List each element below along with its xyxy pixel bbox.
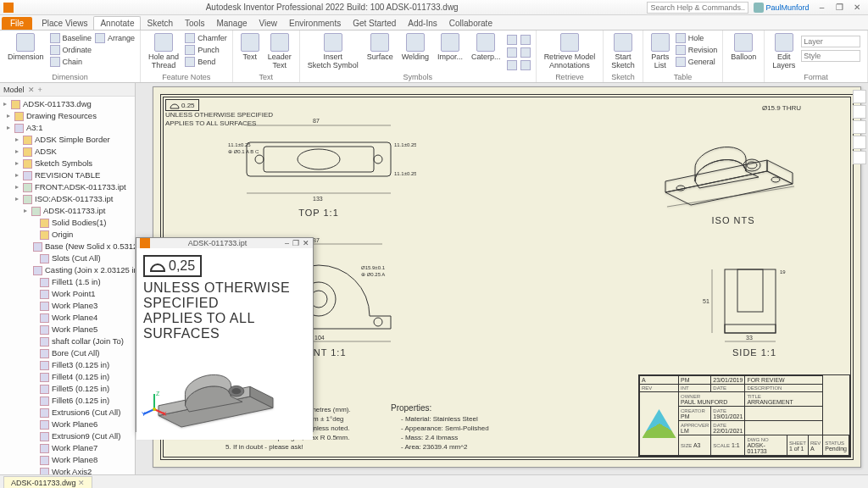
tree-node[interactable]: Extrusion9 (Cut All) <box>0 430 135 442</box>
tab-sketch[interactable]: Sketch <box>141 17 179 30</box>
surface-button[interactable]: Surface <box>364 32 396 62</box>
file-tab[interactable]: File <box>2 17 32 30</box>
tree-node[interactable]: Work Plane7 <box>0 442 135 454</box>
baseline-button[interactable]: Baseline <box>50 32 92 44</box>
tab-annotate[interactable]: Annotate <box>93 16 141 30</box>
float-maximize[interactable]: ❐ <box>292 239 299 247</box>
start-sketch-button[interactable]: Start Sketch <box>609 32 637 70</box>
sym-misc-4[interactable] <box>520 34 531 46</box>
lookat-button[interactable] <box>853 151 866 164</box>
tree-node[interactable]: Fillet5 (0.125 in) <box>0 383 135 395</box>
tree-node[interactable]: Work Plane5 <box>0 324 135 336</box>
revision-table-button[interactable]: Revision <box>676 44 718 56</box>
svg-text:Y: Y <box>142 411 146 416</box>
text-button[interactable]: Text <box>238 32 262 62</box>
zoom-button[interactable] <box>853 136 866 149</box>
float-titlebar[interactable]: ADSK-011733.ipt – ❐ ✕ <box>136 238 313 248</box>
tree-node[interactable]: Slots (Cut All) <box>0 252 135 264</box>
tree-node[interactable]: Bore (Cut All) <box>0 347 135 359</box>
retrieve-annotations-button[interactable]: Retrieve Model Annotations <box>542 32 598 70</box>
tab-get-started[interactable]: Get Started <box>347 17 402 30</box>
float-canvas[interactable]: 0,25 UNLESS OTHERWISE SPECIFIED APPLIES … <box>136 248 313 440</box>
maximize-button[interactable]: ❐ <box>832 3 847 12</box>
home-view-button[interactable] <box>853 90 866 103</box>
tab-collaborate[interactable]: Collaborate <box>443 17 498 30</box>
float-minimize[interactable]: – <box>285 239 289 247</box>
hole-table-button[interactable]: Hole <box>676 32 718 44</box>
float-close[interactable]: ✕ <box>303 239 309 247</box>
dimension-button[interactable]: Dimension <box>5 32 47 62</box>
punch-button[interactable]: Punch <box>185 44 227 56</box>
tree-node[interactable]: Work Axis2 <box>0 466 135 474</box>
balloon-button[interactable]: Balloon <box>728 32 759 62</box>
tree-node[interactable]: ▸ADSK Simple Border <box>0 134 135 146</box>
welding-button[interactable]: Welding <box>399 32 431 62</box>
close-button[interactable]: ✕ <box>849 3 865 12</box>
parts-list-button[interactable]: Parts List <box>648 32 672 70</box>
model-tree[interactable]: ▸ADSK-011733.dwg ▸Drawing Resources▸A3:1… <box>0 97 135 474</box>
tree-node[interactable]: shaft collar (Join To) <box>0 336 135 347</box>
app-icon <box>3 3 14 13</box>
tree-node[interactable]: ▸FRONT:ADSK-011733.ipt <box>0 181 135 193</box>
tree-node[interactable]: Casting (Join x 2.03125 in x -12 de <box>0 264 135 276</box>
tree-node[interactable]: Fillet1 (1.5 in) <box>0 276 135 288</box>
tree-node[interactable]: Extrusion6 (Cut All) <box>0 407 135 419</box>
sym-misc-3[interactable] <box>507 59 517 71</box>
sym-misc-6[interactable] <box>520 59 531 71</box>
pan-button[interactable] <box>853 120 866 134</box>
svg-text:Z: Z <box>156 391 160 396</box>
svg-text:33: 33 <box>746 335 753 341</box>
caterpillar-button[interactable]: Caterp... <box>469 32 504 62</box>
sym-misc-2[interactable] <box>507 47 517 58</box>
hole-thread-button[interactable]: Hole and Thread <box>146 32 181 70</box>
tree-node[interactable]: ▸A3:1 <box>0 122 135 134</box>
sym-misc-1[interactable] <box>507 34 517 46</box>
user-account[interactable]: PaulMunford <box>754 3 809 13</box>
tree-node[interactable]: ▸Drawing Resources <box>0 110 135 122</box>
tab-view[interactable]: View <box>253 17 284 30</box>
tree-node[interactable]: ▸Sketch Symbols <box>0 158 135 169</box>
tree-node[interactable]: Fillet4 (0.125 in) <box>0 371 135 383</box>
tree-node[interactable]: ▸ADSK <box>0 146 135 158</box>
insert-sketch-symbol-button[interactable]: Insert Sketch Symbol <box>305 32 361 70</box>
layer-select[interactable] <box>801 36 860 47</box>
svg-text:87: 87 <box>313 118 320 124</box>
orbit-button[interactable] <box>853 105 866 119</box>
tree-node[interactable]: ▸REVISION TABLE <box>0 169 135 181</box>
tab-manage[interactable]: Manage <box>210 17 253 30</box>
tree-node[interactable]: Base (New Solid x 0.53125 in) <box>0 241 135 252</box>
tree-node[interactable]: Fillet3 (0.125 in) <box>0 359 135 371</box>
chain-button[interactable]: Chain <box>50 56 92 68</box>
tree-node[interactable]: ▸ISO:ADSK-011733.ipt <box>0 193 135 205</box>
tree-node[interactable]: Solid Bodies(1) <box>0 217 135 229</box>
tree-node[interactable]: Work Plane3 <box>0 300 135 312</box>
chamfer-button[interactable]: Chamfer <box>185 32 227 44</box>
bend-button[interactable]: Bend <box>185 56 227 68</box>
tree-node[interactable]: Fillet6 (0.125 in) <box>0 395 135 407</box>
arrange-button[interactable]: Arrange <box>95 32 135 44</box>
tab-addins[interactable]: Add-Ins <box>402 17 442 30</box>
sym-misc-5[interactable] <box>520 47 531 58</box>
tab-environments[interactable]: Environments <box>283 17 347 30</box>
tab-tools[interactable]: Tools <box>179 17 210 30</box>
edit-layers-button[interactable]: Edit Layers <box>770 32 798 70</box>
floating-part-window[interactable]: ADSK-011733.ipt – ❐ ✕ 0,25 UNLESS OTHERW… <box>136 237 314 432</box>
tree-node[interactable]: Work Point1 <box>0 288 135 300</box>
help-search-input[interactable] <box>647 2 748 14</box>
minimize-button[interactable]: – <box>814 3 829 12</box>
tree-node[interactable]: Origin <box>0 229 135 241</box>
tab-place-views[interactable]: Place Views <box>36 17 93 30</box>
svg-rect-31 <box>725 324 776 333</box>
svg-point-4 <box>374 155 382 164</box>
doc-tab-active[interactable]: ADSK-011733.dwg ✕ <box>3 476 92 488</box>
panel-table: Parts List Hole Revision General Table <box>643 30 724 82</box>
tree-node[interactable]: Work Plane8 <box>0 454 135 466</box>
leader-text-button[interactable]: Leader Text <box>265 32 294 70</box>
general-table-button[interactable]: General <box>676 56 718 68</box>
style-select[interactable] <box>801 50 860 62</box>
tree-node[interactable]: Work Plane4 <box>0 312 135 324</box>
ordinate-button[interactable]: Ordinate <box>50 44 92 56</box>
tree-node[interactable]: ▸ADSK-011733.ipt <box>0 205 135 217</box>
import-button[interactable]: Impor... <box>435 32 465 62</box>
tree-node[interactable]: Work Plane6 <box>0 419 135 430</box>
